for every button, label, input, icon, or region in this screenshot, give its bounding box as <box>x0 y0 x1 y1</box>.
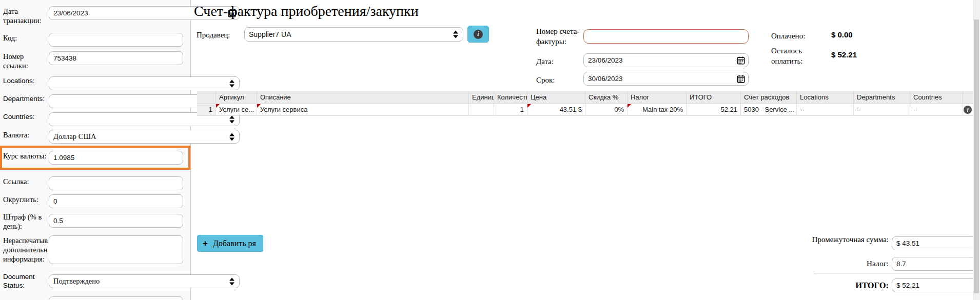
cell-row-number: 1 <box>197 104 215 115</box>
col-description: Описание <box>257 91 468 104</box>
vertical-scrollbar-thumb[interactable] <box>974 19 979 293</box>
sidebar: Дата транзакции: Код: Номер ссылки: Loca… <box>0 0 191 300</box>
cell-tax[interactable]: Main tax 20% <box>627 104 686 115</box>
cell-locations[interactable]: -- <box>796 104 853 115</box>
subtotal-label: Промежуточная сумма: <box>790 235 889 245</box>
tax-input[interactable] <box>892 257 976 271</box>
table-row: 1 Услуги се... Услуги сервиса 1 43.51 $ … <box>197 104 973 116</box>
countries-label: Countries: <box>3 113 48 122</box>
info-icon: i <box>474 30 483 39</box>
cell-total[interactable]: 52.21 <box>686 104 740 115</box>
field-currency: Валюта: Доллар США <box>0 130 191 144</box>
cell-sku[interactable]: Услуги се... <box>215 104 257 115</box>
invoice-due-input[interactable] <box>583 72 749 86</box>
remaining-label: Осталось оплатить: <box>771 46 822 66</box>
unprintable-info-textarea[interactable] <box>49 235 183 264</box>
locations-select[interactable] <box>49 76 240 90</box>
col-tax: Налог <box>627 91 686 104</box>
reference-number-input[interactable] <box>49 51 183 65</box>
plus-icon: + <box>203 238 208 249</box>
page-title: Счет-фактура приобретения/закупки <box>194 3 419 19</box>
paid-label: Оплачено: <box>771 31 805 42</box>
spinner-arrows-icon <box>229 277 236 285</box>
cell-price[interactable]: 43.51 $ <box>527 104 585 115</box>
row-info-icon[interactable]: i <box>964 106 972 114</box>
cell-quantity[interactable]: 1 <box>494 104 527 115</box>
calendar-icon[interactable] <box>737 56 745 65</box>
paid-amount: $ 0.00 <box>831 30 853 39</box>
tax-label: Налог: <box>790 259 889 269</box>
spinner-arrows-icon <box>229 133 236 141</box>
code-input[interactable] <box>49 33 183 47</box>
remaining-amount: $ 52.21 <box>831 50 857 59</box>
col-countries: Countries <box>910 91 963 104</box>
invoice-number-input[interactable] <box>583 29 749 44</box>
col-expense-account: Счет расходов <box>740 91 796 104</box>
col-actions <box>963 91 973 104</box>
currency-label: Валюта: <box>3 130 48 139</box>
calendar-icon[interactable] <box>737 75 745 83</box>
field-countries: Countries: <box>0 112 191 126</box>
spinner-arrows-icon <box>229 79 236 87</box>
round-label: Округлить: <box>3 195 48 204</box>
cell-units[interactable] <box>468 104 494 115</box>
col-price: Цена <box>527 91 585 104</box>
add-row-button[interactable]: + Добавить ря <box>197 235 263 252</box>
field-transaction-date: Дата транзакции: <box>0 6 191 20</box>
col-departments: Departments <box>853 91 910 104</box>
totals-divider <box>814 273 980 273</box>
field-departments: Departments: <box>0 94 191 108</box>
partial-bottom-input[interactable] <box>49 296 183 300</box>
col-total: ИТОГО <box>686 91 740 104</box>
grand-total-input[interactable] <box>892 278 976 292</box>
line-items-table: Артикул Описание Единиц Количеств Цена С… <box>197 91 973 116</box>
col-sku: Артикул <box>215 91 257 104</box>
table-header-row: Артикул Описание Единиц Количеств Цена С… <box>197 91 973 104</box>
reference-number-label: Номер ссылки: <box>3 52 48 70</box>
round-input[interactable] <box>49 194 183 208</box>
link-input[interactable] <box>49 176 183 190</box>
invoice-number-label: Номер счета-фактуры: <box>536 27 585 47</box>
col-units: Единиц <box>468 91 494 104</box>
locations-label: Locations: <box>3 77 48 86</box>
invoice-due-label: Срок: <box>536 75 555 86</box>
spinner-arrows-icon <box>453 31 459 38</box>
supplier-info-button[interactable]: i <box>467 26 489 43</box>
document-status-select[interactable]: Подтверждено <box>49 274 240 288</box>
departments-label: Departments: <box>3 95 48 104</box>
penalty-label: Штраф (% в день): <box>3 212 48 231</box>
col-row-number <box>197 91 215 104</box>
col-discount: Скидка % <box>585 91 627 104</box>
spinner-arrows-icon <box>229 115 236 123</box>
currency-select[interactable]: Доллар США <box>49 130 240 144</box>
cell-description[interactable]: Услуги сервиса <box>257 104 468 115</box>
col-locations: Locations <box>796 91 853 104</box>
exchange-rate-label: Курс валюты: <box>3 151 48 161</box>
penalty-input[interactable] <box>49 214 183 228</box>
invoice-due-wrap <box>583 72 749 86</box>
grand-total-label: ИТОГО: <box>790 281 889 291</box>
supplier-label: Продавец: <box>197 30 230 41</box>
subtotal-input[interactable] <box>892 236 976 250</box>
unprintable-info-label: Нераспечатываемая дополнительная информа… <box>3 236 48 264</box>
cell-expense-account[interactable]: 5030 - Service ... <box>740 104 796 115</box>
col-quantity: Количеств <box>494 91 527 104</box>
cell-departments[interactable]: -- <box>853 104 910 115</box>
cell-countries[interactable]: -- <box>910 104 963 115</box>
link-label: Ссылка: <box>3 177 48 186</box>
document-status-label: Document Status: <box>3 273 48 290</box>
invoice-date-wrap <box>583 53 749 68</box>
exchange-rate-input[interactable] <box>49 151 183 165</box>
code-label: Код: <box>3 33 48 43</box>
supplier-select[interactable]: Supplier7 UA <box>244 27 463 42</box>
transaction-date-label: Дата транзакции: <box>3 7 48 25</box>
invoice-date-label: Дата: <box>536 57 554 67</box>
cell-discount[interactable]: 0% <box>585 104 627 115</box>
invoice-date-input[interactable] <box>583 53 749 67</box>
field-document-status: Document Status: Подтверждено <box>0 272 191 286</box>
purchase-invoice-screen: Дата транзакции: Код: Номер ссылки: Loca… <box>0 0 980 300</box>
add-row-label: Добавить ря <box>213 239 256 248</box>
field-locations: Locations: <box>0 76 191 90</box>
cell-actions: i <box>963 104 973 115</box>
